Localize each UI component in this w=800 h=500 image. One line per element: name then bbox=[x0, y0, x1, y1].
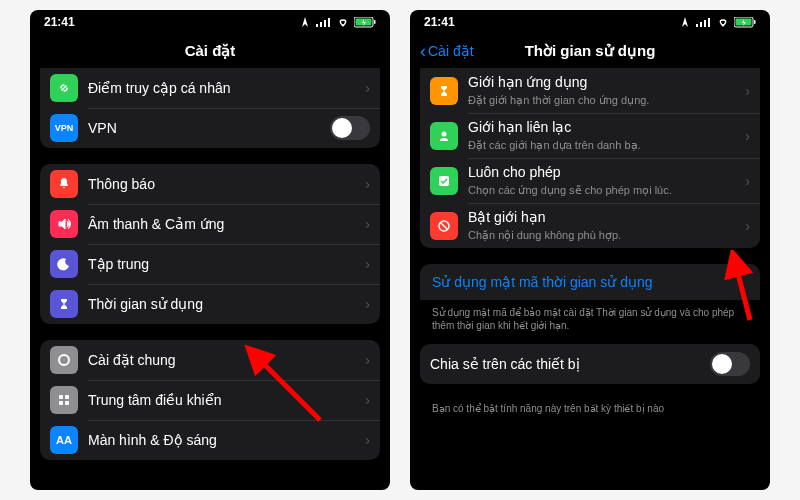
svg-rect-0 bbox=[316, 24, 318, 27]
svg-rect-18 bbox=[708, 18, 710, 27]
svg-line-26 bbox=[441, 222, 448, 229]
svg-rect-13 bbox=[65, 401, 69, 405]
status-bar: 21:41 bbox=[30, 10, 390, 34]
row-subtitle: Chặn nội dung không phù hợp. bbox=[468, 228, 739, 242]
row-vpn[interactable]: VPN VPN bbox=[40, 108, 380, 148]
battery-icon bbox=[734, 17, 756, 28]
location-icon bbox=[298, 17, 312, 27]
svg-rect-16 bbox=[700, 22, 702, 27]
chevron-left-icon: ‹ bbox=[420, 41, 426, 62]
settings-group-network: Điểm truy cập cá nhân › VPN VPN bbox=[40, 68, 380, 148]
phone-settings: 21:41 Cài đặt Điểm truy cập cá nhân › VP… bbox=[30, 10, 390, 490]
svg-point-23 bbox=[442, 131, 447, 136]
row-label: Màn hình & Độ sáng bbox=[88, 432, 359, 449]
row-label: Luôn cho phép bbox=[468, 164, 739, 181]
row-control-center[interactable]: Trung tâm điều khiển › bbox=[40, 380, 380, 420]
screentime-scroll[interactable]: Giới hạn ứng dụng Đặt giới hạn thời gian… bbox=[410, 68, 770, 490]
row-label: Thời gian sử dụng bbox=[88, 296, 359, 313]
svg-rect-1 bbox=[320, 22, 322, 27]
link-icon bbox=[50, 74, 78, 102]
row-label: VPN bbox=[88, 120, 324, 137]
row-label: Giới hạn liên lạc bbox=[468, 119, 739, 136]
row-comm-limits[interactable]: Giới hạn liên lạc Đặt các giới hạn dựa t… bbox=[420, 113, 760, 158]
row-label: Bật giới hạn bbox=[468, 209, 739, 226]
svg-rect-22 bbox=[754, 20, 756, 24]
back-label: Cài đặt bbox=[428, 43, 474, 59]
vpn-icon: VPN bbox=[50, 114, 78, 142]
share-toggle[interactable] bbox=[710, 352, 750, 376]
bell-icon bbox=[50, 170, 78, 198]
row-focus[interactable]: Tập trung › bbox=[40, 244, 380, 284]
svg-rect-10 bbox=[59, 395, 63, 399]
svg-rect-12 bbox=[59, 401, 63, 405]
chevron-right-icon: › bbox=[365, 216, 370, 232]
row-hotspot[interactable]: Điểm truy cập cá nhân › bbox=[40, 68, 380, 108]
row-label: Chia sẻ trên các thiết bị bbox=[430, 356, 704, 373]
chevron-right-icon: › bbox=[365, 432, 370, 448]
row-sound[interactable]: Âm thanh & Cảm ứng › bbox=[40, 204, 380, 244]
chevron-right-icon: › bbox=[365, 176, 370, 192]
chevron-right-icon: › bbox=[365, 352, 370, 368]
page-title: Cài đặt bbox=[185, 42, 236, 60]
row-label: Cài đặt chung bbox=[88, 352, 359, 369]
row-display[interactable]: AA Màn hình & Độ sáng › bbox=[40, 420, 380, 460]
page-title: Thời gian sử dụng bbox=[525, 42, 656, 60]
signal-icon bbox=[696, 17, 712, 27]
share-group: Chia sẻ trên các thiết bị bbox=[420, 344, 760, 384]
svg-rect-3 bbox=[328, 18, 330, 27]
navbar-settings: Cài đặt bbox=[30, 34, 390, 68]
location-icon bbox=[678, 17, 692, 27]
row-label: Giới hạn ứng dụng bbox=[468, 74, 739, 91]
passcode-link-label: Sử dụng mật mã thời gian sử dụng bbox=[432, 274, 653, 290]
svg-rect-7 bbox=[374, 20, 376, 24]
person-icon bbox=[430, 122, 458, 150]
chevron-right-icon: › bbox=[745, 128, 750, 144]
control-icon bbox=[50, 386, 78, 414]
row-label: Thông báo bbox=[88, 176, 359, 193]
row-label: Điểm truy cập cá nhân bbox=[88, 80, 359, 97]
svg-point-19 bbox=[722, 24, 724, 26]
row-subtitle: Chọn các ứng dụng sẽ cho phép mọi lúc. bbox=[468, 183, 739, 197]
chevron-right-icon: › bbox=[365, 80, 370, 96]
wifi-icon bbox=[336, 17, 350, 27]
moon-icon bbox=[50, 250, 78, 278]
navbar-screentime: ‹ Cài đặt Thời gian sử dụng bbox=[410, 34, 770, 68]
sound-icon bbox=[50, 210, 78, 238]
share-footnote: Bạn có thể bật tính năng này trên bất kỳ… bbox=[420, 400, 760, 427]
hourglass-icon bbox=[430, 77, 458, 105]
vpn-toggle[interactable] bbox=[330, 116, 370, 140]
svg-rect-2 bbox=[324, 20, 326, 27]
status-time: 21:41 bbox=[424, 15, 455, 29]
battery-icon bbox=[354, 17, 376, 28]
chevron-right-icon: › bbox=[365, 256, 370, 272]
chevron-right-icon: › bbox=[745, 173, 750, 189]
svg-point-9 bbox=[62, 358, 66, 362]
row-notifications[interactable]: Thông báo › bbox=[40, 164, 380, 204]
passcode-footnote: Sử dụng mật mã để bảo mật cài đặt Thời g… bbox=[420, 300, 760, 344]
status-icons bbox=[678, 17, 756, 28]
back-button[interactable]: ‹ Cài đặt bbox=[420, 41, 474, 62]
svg-rect-17 bbox=[704, 20, 706, 27]
passcode-link[interactable]: Sử dụng mật mã thời gian sử dụng bbox=[420, 264, 760, 300]
settings-group-sounds: Thông báo › Âm thanh & Cảm ứng › Tập tru… bbox=[40, 164, 380, 324]
row-label: Âm thanh & Cảm ứng bbox=[88, 216, 359, 233]
row-subtitle: Đặt các giới hạn dựa trên danh bạ. bbox=[468, 138, 739, 152]
svg-point-4 bbox=[342, 24, 344, 26]
row-always-allowed[interactable]: Luôn cho phép Chọn các ứng dụng sẽ cho p… bbox=[420, 158, 760, 203]
row-content-restrictions[interactable]: Bật giới hạn Chặn nội dung không phù hợp… bbox=[420, 203, 760, 248]
status-icons bbox=[298, 17, 376, 28]
row-label: Tập trung bbox=[88, 256, 359, 273]
row-general[interactable]: Cài đặt chung › bbox=[40, 340, 380, 380]
row-screentime[interactable]: Thời gian sử dụng › bbox=[40, 284, 380, 324]
signal-icon bbox=[316, 17, 332, 27]
block-icon bbox=[430, 212, 458, 240]
wifi-icon bbox=[716, 17, 730, 27]
status-time: 21:41 bbox=[44, 15, 75, 29]
svg-rect-15 bbox=[696, 24, 698, 27]
aa-icon: AA bbox=[50, 426, 78, 454]
row-app-limits[interactable]: Giới hạn ứng dụng Đặt giới hạn thời gian… bbox=[420, 68, 760, 113]
settings-group-general: Cài đặt chung › Trung tâm điều khiển › A… bbox=[40, 340, 380, 460]
limits-group: Giới hạn ứng dụng Đặt giới hạn thời gian… bbox=[420, 68, 760, 248]
settings-scroll[interactable]: Điểm truy cập cá nhân › VPN VPN Thông bá… bbox=[30, 68, 390, 490]
row-share-devices[interactable]: Chia sẻ trên các thiết bị bbox=[420, 344, 760, 384]
